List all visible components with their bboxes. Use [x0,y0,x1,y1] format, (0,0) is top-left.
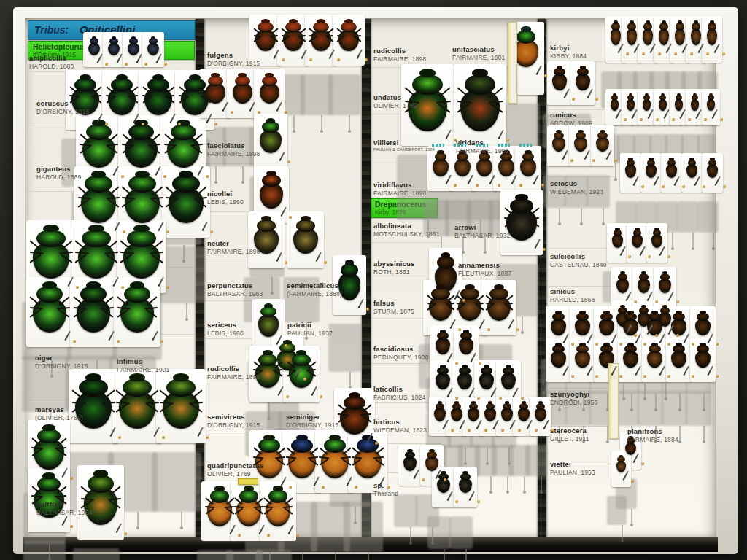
beetle-specimen [282,19,305,51]
beetle-specimen [403,449,417,471]
species-author: (OLIVIER, 1789) [35,414,83,421]
pin-shadow [186,303,187,318]
beetle-specimen [79,171,118,223]
beetle-head [437,150,444,154]
species-author: OLIVIER, 1789 [374,102,417,109]
beetle-specimen [80,120,117,168]
beetle-head [345,260,355,265]
species-label-giganteus: giganteusHAROLD, 1869 [36,165,81,181]
pin-shadow [181,512,182,526]
beetle-specimen [626,20,638,45]
pin-shadow [692,233,694,247]
beetle-elytra [468,408,479,421]
pin-head [117,340,120,343]
species-label-infimus: infimusFAIRMAIRE, 1901 [117,357,169,373]
beetle-pronotum [127,230,155,247]
species-label-patricii: patriciiPAULIAN, 1937 [287,321,333,337]
beetle-head [580,66,586,69]
pin-shadow-dot [293,130,295,133]
pin-head [285,344,287,347]
beetle-head [676,343,682,346]
determination-mark [519,144,532,147]
beetle-elytra [695,351,711,368]
pin-shadow [522,316,523,331]
pin-head [535,429,538,432]
pin-shadow-dot [540,491,543,494]
pin-head [267,534,270,537]
species-name: runicus [550,111,592,120]
beetle-specimen [686,158,698,178]
pin-shadow [215,166,217,181]
pin-head [628,255,631,258]
pin-shadow-dot [606,440,609,443]
beetle-elytra [260,130,282,153]
species-author: PAULIAN, 1937 [287,330,333,337]
beetle-head [506,365,511,368]
species-author: BALTHASAR, 1932 [454,232,511,239]
pin-head [118,436,121,439]
card-shadow [427,516,451,549]
beetle-head [465,284,475,289]
beetle-elytra [552,74,567,90]
species-label-unifasciatus: unifasciatusFAIRMAIRE, 1901 [452,45,505,61]
pin-head [303,378,306,381]
beetle-pronotum [660,273,670,281]
card-shadow [73,548,120,560]
card-shadow [344,502,383,552]
species-label-viettei: vietteiPAULIAN, 1953 [550,460,595,476]
pin-head [690,52,693,55]
species-name: giganteus [36,165,81,174]
beetle-head [620,305,625,308]
beetle-specimen [427,284,454,321]
species-name: neuter [207,239,260,248]
beetle-head [557,66,562,69]
beetle-head [649,158,653,160]
beetle-specimen [574,343,591,368]
beetle-head [579,311,586,314]
pin-head [595,98,598,101]
beetle-specimen [231,73,253,104]
species-label-hirticus: hirticusWIEDEMAN, 1823 [374,418,427,434]
pin-head [592,159,595,162]
species-label-szunyoghyi: szunyoghyiENDRŐDI, 1956 [550,390,597,406]
pin-head [571,375,574,378]
beetle-specimen [551,130,566,152]
species-author: D'ORBIGNY, 1915 [36,108,90,115]
beetle-specimen [123,120,159,168]
beetle-specimen [206,486,233,526]
pin-head [70,525,73,528]
beetle-head [615,228,619,230]
pin-shadow-dot [602,222,605,225]
beetle-elytra [551,351,566,368]
species-label-quadripunctatus: quadripunctatusOLIVIER, 1789 [207,462,263,478]
beetle-head [538,401,543,404]
beetle-head [151,36,156,39]
species-name: undatus [374,93,417,102]
beetle-elytra [638,279,650,293]
beetle-elytra [479,373,494,389]
beetle-head [676,311,682,314]
beetle-elytra [575,319,590,335]
pin-head [454,184,457,187]
tiny-code-chip [238,478,258,485]
beetle-head [317,19,325,23]
beetle-specimen [235,486,263,526]
pin-head [142,122,144,125]
species-author: FAIRMAIRE, 1901 [117,366,169,373]
beetle-head [651,343,658,346]
pin-shadow [541,476,542,491]
beetle-head [700,311,706,314]
beetle-elytra [574,137,587,152]
pin-head [516,328,519,331]
beetle-head [135,171,150,178]
beetle-elytra [484,408,496,421]
pin-head [692,343,694,346]
pin-head [289,486,292,489]
beetle-specimen [622,311,639,335]
card-shadow [638,391,663,426]
beetle-head [578,130,584,133]
card-shadow [255,550,292,560]
species-author: CASTELNAU, 1840 [550,261,607,268]
pin-head [648,255,651,258]
beetle-specimen [292,216,320,254]
